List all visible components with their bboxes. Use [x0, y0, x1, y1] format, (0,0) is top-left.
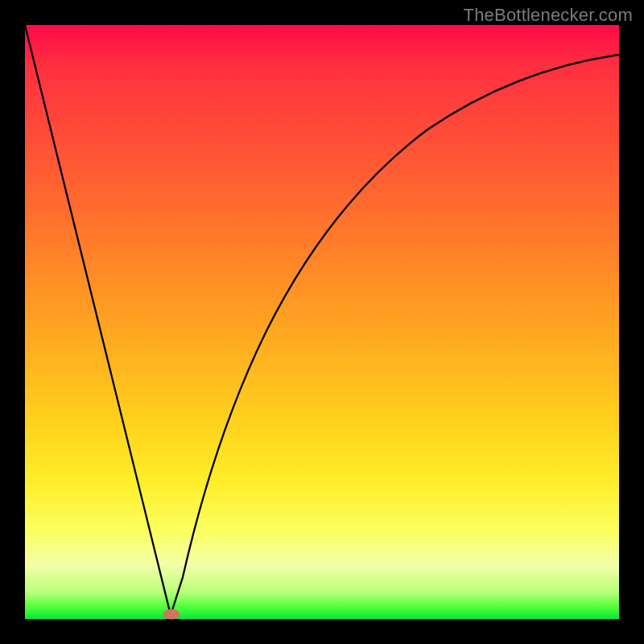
watermark-text: TheBottlenecker.com [464, 5, 633, 26]
chart-frame: TheBottlenecker.com [0, 0, 644, 644]
chart-plot-area [25, 25, 619, 619]
curve-left-branch [25, 25, 171, 615]
optimal-point-marker [163, 609, 180, 619]
curve-right-branch [171, 55, 619, 615]
bottleneck-curve [25, 25, 619, 619]
